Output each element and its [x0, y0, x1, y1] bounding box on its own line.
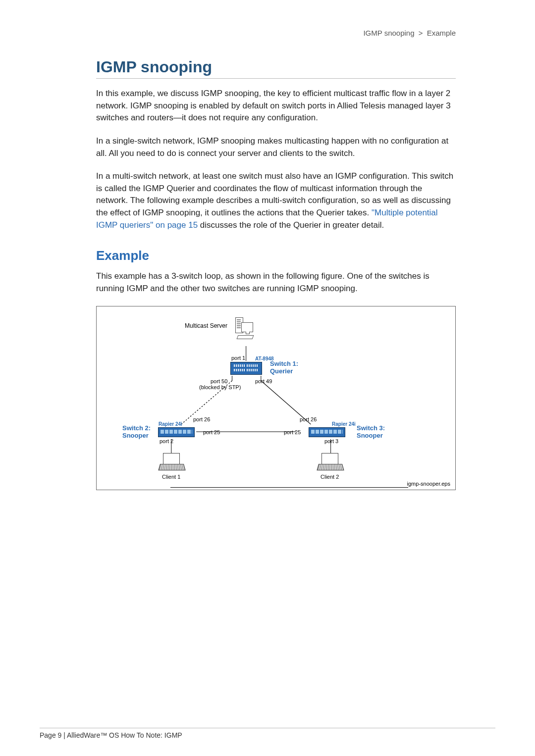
paragraph-1: In this example, we discuss IGMP snoopin…	[96, 88, 456, 124]
page-footer: Page 9 | AlliedWare™ OS How To Note: IGM…	[40, 731, 182, 739]
page-title: IGMP snooping	[96, 58, 456, 76]
paragraph-4: This example has a 3-switch loop, as sho…	[96, 270, 456, 295]
paragraph-2: In a single-switch network, IGMP snoopin…	[96, 135, 456, 159]
label-rapier-r: Rapier 24i	[332, 421, 356, 427]
paragraph-3: In a multi-switch network, at least one …	[96, 170, 456, 231]
label-port50: port 50	[211, 378, 227, 384]
multicast-server-icon	[235, 317, 251, 340]
client2-icon	[319, 453, 341, 471]
figure-filename: igmp-snooper.eps	[407, 481, 450, 487]
label-port26-r: port 26	[300, 416, 317, 422]
figure-lines	[97, 306, 455, 490]
breadcrumb-section: IGMP snooping	[363, 29, 414, 37]
title-rule	[96, 78, 456, 79]
label-port25-r: port 25	[284, 429, 301, 435]
label-blocked: (blocked by STP)	[199, 384, 241, 390]
label-port3: port 3	[324, 438, 338, 444]
label-switch1: Switch 1: Querier	[270, 360, 298, 375]
figure-filename-rule	[170, 487, 408, 488]
breadcrumb: IGMP snooping > Example	[96, 29, 456, 37]
label-client2: Client 2	[321, 474, 339, 480]
label-port25-l: port 25	[203, 429, 220, 435]
label-port26-l: port 26	[193, 416, 210, 422]
label-multicast-server: Multicast Server	[185, 322, 227, 329]
label-port1: port 1	[231, 355, 245, 361]
figure-topology: Multicast Server port 1 AT-8948 Switch 1…	[96, 306, 456, 490]
switch3-icon	[309, 427, 345, 437]
breadcrumb-sub: Example	[427, 29, 456, 37]
label-port49: port 49	[255, 378, 272, 384]
label-switch3: Switch 3: Snooper	[357, 424, 385, 439]
switch2-icon	[158, 427, 195, 437]
section-title-example: Example	[96, 248, 456, 263]
label-rapier-l: Rapier 24i	[159, 421, 182, 427]
label-client1: Client 1	[162, 474, 180, 480]
label-port2: port 2	[160, 438, 173, 444]
breadcrumb-sep: >	[417, 29, 425, 37]
switch1-icon	[230, 362, 262, 375]
footer-rule	[40, 728, 495, 728]
label-switch2: Switch 2: Snooper	[122, 424, 151, 439]
client1-icon	[160, 453, 183, 471]
paragraph-3b: discusses the role of the Querier in gre…	[198, 220, 384, 230]
